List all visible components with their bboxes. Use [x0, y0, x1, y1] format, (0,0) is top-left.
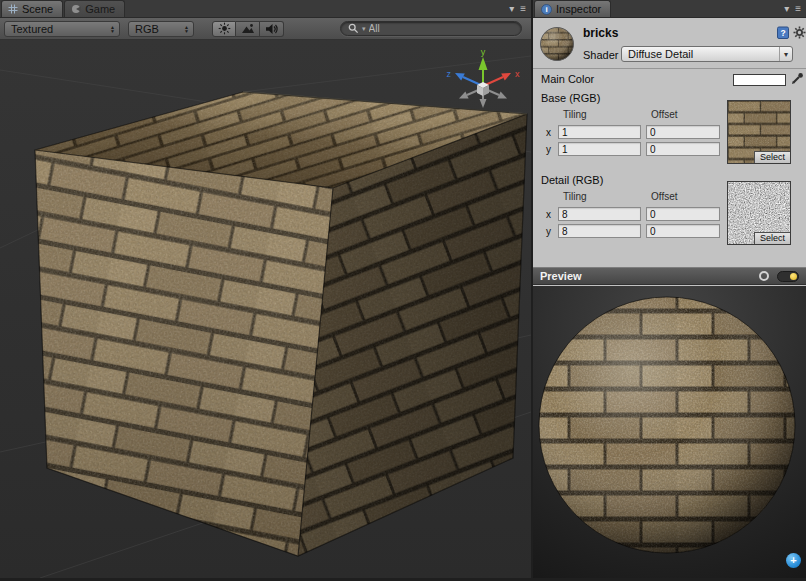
detail-tiling-x-input[interactable] — [558, 207, 641, 221]
shader-value: Diffuse Detail — [628, 48, 693, 60]
help-icon[interactable]: ? — [777, 26, 789, 39]
tab-game[interactable]: Game — [64, 0, 125, 17]
detail-tiling-y-input[interactable] — [558, 224, 641, 238]
detail-tiling-header: Tiling — [563, 191, 587, 202]
color-mode-label: RGB — [135, 23, 159, 35]
popup-arrow-icon: ▾ — [779, 47, 792, 61]
lighting-toggle-button[interactable] — [212, 21, 236, 37]
scene-panel-menu[interactable]: ▾ ≡ — [509, 2, 526, 15]
tab-scene[interactable]: Scene — [1, 0, 63, 17]
detail-offset-x-input[interactable] — [646, 207, 720, 221]
panel-menu-icon[interactable]: ≡ — [795, 2, 801, 15]
sphere-toggle-icon[interactable] — [759, 271, 769, 281]
speaker-icon — [265, 23, 278, 35]
detail-section-title: Detail (RGB) — [541, 174, 603, 186]
svg-text:i: i — [545, 5, 547, 14]
unity-editor-window: Scene Game ▾ ≡ Textured ▲▼ — [0, 0, 806, 581]
preview-area[interactable]: + — [533, 286, 806, 578]
scene-search-field[interactable]: ▾ — [340, 21, 522, 36]
detail-offset-header: Offset — [651, 191, 678, 202]
preview-header[interactable]: Preview — [533, 267, 806, 285]
color-mode-dropdown[interactable]: RGB ▲▼ — [128, 21, 194, 37]
header-divider — [533, 68, 806, 69]
material-inspector: bricks Shader Diffuse Detail ▾ ? — [533, 18, 806, 267]
preview-title: Preview — [540, 270, 582, 282]
scene-panel: Scene Game ▾ ≡ Textured ▲▼ — [0, 0, 531, 578]
detail-offset-y-input[interactable] — [646, 224, 720, 238]
base-select-button[interactable]: Select — [754, 151, 790, 163]
panel-menu-icon[interactable]: ≡ — [520, 2, 526, 15]
material-name: bricks — [583, 26, 618, 40]
dropdown-arrows-icon: ▲▼ — [184, 25, 189, 33]
base-row-x-label: x — [546, 127, 551, 138]
detail-select-button[interactable]: Select — [754, 232, 790, 244]
draw-mode-dropdown[interactable]: Textured ▲▼ — [4, 21, 120, 37]
detail-row-y-label: y — [546, 226, 551, 237]
shader-dropdown[interactable]: Diffuse Detail ▾ — [621, 46, 793, 62]
gizmo-y-label: y — [481, 47, 486, 57]
scene-toggle-group — [212, 21, 284, 37]
base-offset-x-input[interactable] — [646, 125, 720, 139]
audio-toggle-button[interactable] — [260, 21, 284, 37]
base-tiling-x-input[interactable] — [558, 125, 641, 139]
detail-row-x-label: x — [546, 209, 551, 220]
preview-sphere[interactable] — [539, 297, 795, 553]
material-preview-icon — [539, 26, 575, 66]
panel-dropdown-icon[interactable]: ▾ — [784, 2, 789, 15]
detail-texture-thumbnail[interactable]: Select — [727, 181, 791, 245]
inspector-tabstrip: i Inspector ▾ ≡ — [533, 0, 806, 18]
preview-light-toggle-icon[interactable] — [777, 271, 799, 282]
main-color-label: Main Color — [541, 73, 594, 85]
main-color-swatch[interactable] — [733, 74, 786, 86]
tab-game-label: Game — [85, 3, 115, 15]
base-tiling-y-input[interactable] — [558, 142, 641, 156]
scene-search-input[interactable] — [369, 23, 514, 34]
inspector-panel-menu[interactable]: ▾ ≡ — [784, 2, 801, 15]
shader-label: Shader — [583, 49, 618, 61]
base-section-title: Base (RGB) — [541, 92, 600, 104]
scene-toolbar: Textured ▲▼ RGB ▲▼ — [0, 18, 531, 40]
base-offset-y-input[interactable] — [646, 142, 720, 156]
scene-viewport[interactable]: y x z — [0, 40, 531, 578]
draw-mode-label: Textured — [11, 23, 53, 35]
search-filter-arrow-icon[interactable]: ▾ — [362, 25, 366, 33]
gear-icon[interactable] — [793, 26, 806, 39]
inspector-info-icon: i — [541, 4, 552, 15]
sun-icon — [218, 22, 231, 35]
tab-scene-label: Scene — [22, 3, 53, 15]
tab-inspector-label: Inspector — [556, 3, 601, 15]
scene-tabstrip: Scene Game ▾ ≡ — [0, 0, 531, 18]
panel-dropdown-icon[interactable]: ▾ — [509, 2, 514, 15]
add-button[interactable]: + — [786, 553, 801, 568]
scene-grid-icon — [8, 4, 18, 14]
landscape-icon — [241, 23, 255, 34]
eyedropper-icon[interactable] — [791, 71, 804, 89]
game-icon — [71, 4, 81, 14]
base-tiling-header: Tiling — [563, 109, 587, 120]
search-icon — [348, 23, 359, 34]
dropdown-arrows-icon: ▲▼ — [110, 25, 115, 33]
base-row-y-label: y — [546, 144, 551, 155]
tab-inspector[interactable]: i Inspector — [534, 0, 611, 17]
inspector-panel: i Inspector ▾ ≡ bricks Shader Diffus — [533, 0, 806, 578]
skybox-toggle-button[interactable] — [236, 21, 260, 37]
gizmo-z-label: z — [447, 69, 452, 79]
base-texture-thumbnail[interactable]: Select — [727, 100, 791, 164]
gizmo-x-label: x — [515, 69, 520, 79]
base-offset-header: Offset — [651, 109, 678, 120]
svg-text:?: ? — [780, 28, 785, 38]
